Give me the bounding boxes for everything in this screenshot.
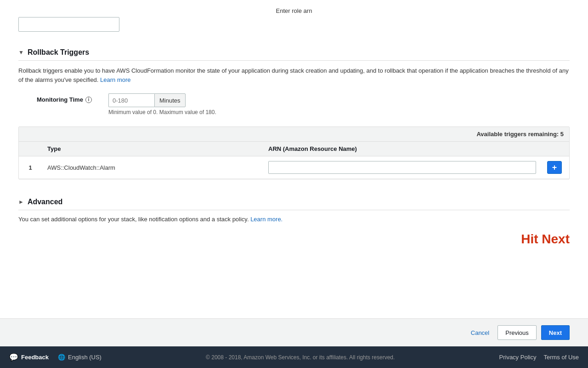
footer: 💬 Feedback 🌐 English (US) © 2008 - 2018,… xyxy=(0,346,588,368)
advanced-description: You can set additional options for your … xyxy=(18,216,570,223)
language-button[interactable]: 🌐 English (US) xyxy=(58,354,102,361)
monitoring-time-info-icon[interactable]: i xyxy=(85,97,92,103)
trigger-row-type: AWS::CloudWatch::Alarm xyxy=(42,156,263,179)
globe-icon: 🌐 xyxy=(58,354,65,361)
language-label: English (US) xyxy=(68,354,102,361)
footer-copyright: © 2008 - 2018, Amazon Web Services, Inc.… xyxy=(206,354,395,361)
table-row: 1 AWS::CloudWatch::Alarm + xyxy=(19,156,569,179)
triggers-table: Type ARN (Amazon Resource Name) 1 AWS::C… xyxy=(19,142,569,179)
rollback-triggers-title: Rollback Triggers xyxy=(28,48,89,57)
feedback-button[interactable]: 💬 Feedback xyxy=(9,353,49,362)
triggers-table-header-row: Type ARN (Amazon Resource Name) xyxy=(19,142,569,156)
action-bar: Cancel Previous Next xyxy=(0,318,588,346)
trigger-row-number: 1 xyxy=(19,156,42,179)
advanced-section-title: Advanced xyxy=(28,198,62,206)
advanced-section-header[interactable]: ► Advanced xyxy=(18,193,570,210)
triggers-table-col-arn: ARN (Amazon Resource Name) xyxy=(263,142,542,156)
rollback-learn-more-link[interactable]: Learn more xyxy=(100,76,130,83)
rollback-triggers-header[interactable]: ▼ Rollback Triggers xyxy=(18,44,570,61)
role-arn-section: Enter role arn xyxy=(18,0,570,39)
advanced-learn-more-link[interactable]: Learn more. xyxy=(250,216,283,223)
rollback-triggers-description: Rollback triggers enable you to have AWS… xyxy=(18,66,570,84)
advanced-collapse-arrow: ► xyxy=(18,199,24,205)
rollback-triggers-section: ▼ Rollback Triggers Rollback triggers en… xyxy=(18,44,570,179)
trigger-row-add-cell: + xyxy=(542,156,569,179)
triggers-table-header-bar: Available triggers remaining: 5 xyxy=(19,127,569,142)
triggers-table-wrapper: Available triggers remaining: 5 Type ARN… xyxy=(18,126,570,179)
hit-next-text: Hit Next xyxy=(521,232,570,246)
rollback-collapse-arrow: ▼ xyxy=(18,49,24,56)
trigger-arn-input[interactable] xyxy=(268,161,536,174)
privacy-policy-link[interactable]: Privacy Policy xyxy=(499,354,537,361)
hit-next-annotation: Hit Next xyxy=(18,230,570,250)
triggers-table-col-type: Type xyxy=(42,142,263,156)
monitoring-time-input[interactable] xyxy=(108,93,154,107)
triggers-table-col-action xyxy=(542,142,569,156)
role-arn-input[interactable] xyxy=(18,17,119,32)
terms-of-use-link[interactable]: Terms of Use xyxy=(543,354,579,361)
add-trigger-button[interactable]: + xyxy=(547,161,562,174)
monitoring-time-controls: Minutes Minimum value of 0. Maximum valu… xyxy=(108,93,216,115)
monitoring-time-label: Monitoring Time i xyxy=(37,93,101,103)
footer-left: 💬 Feedback 🌐 English (US) xyxy=(9,353,102,362)
cancel-button[interactable]: Cancel xyxy=(467,327,493,339)
monitoring-time-inputs: Minutes xyxy=(108,93,216,107)
monitoring-time-hint: Minimum value of 0. Maximum value of 180… xyxy=(108,109,216,115)
feedback-icon: 💬 xyxy=(9,353,18,362)
role-arn-label: Enter role arn xyxy=(18,7,570,14)
previous-button[interactable]: Previous xyxy=(498,325,537,340)
advanced-section: ► Advanced You can set additional option… xyxy=(18,193,570,223)
trigger-row-arn-cell xyxy=(263,156,542,179)
triggers-table-col-number xyxy=(19,142,42,156)
monitoring-time-unit: Minutes xyxy=(154,93,186,107)
feedback-label: Feedback xyxy=(21,354,49,361)
footer-right: Privacy Policy Terms of Use xyxy=(499,354,579,361)
monitoring-time-row: Monitoring Time i Minutes Minimum value … xyxy=(18,93,570,115)
next-button[interactable]: Next xyxy=(541,325,570,340)
